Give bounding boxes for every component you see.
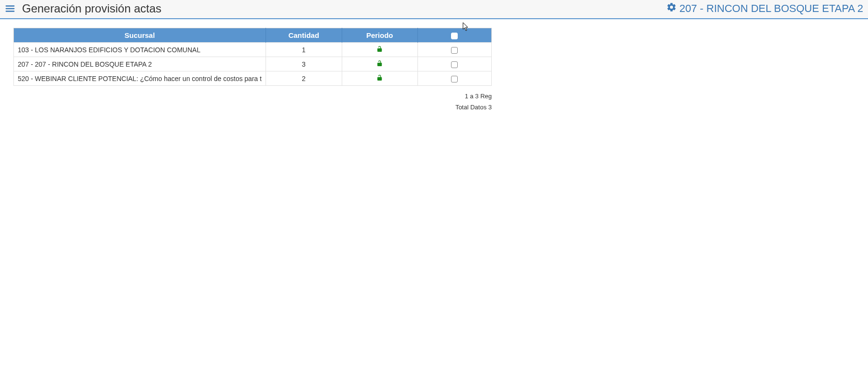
gear-icon [666, 2, 677, 15]
table-row[interactable]: 207 - 207 - RINCON DEL BOSQUE ETAPA 2 3 [14, 57, 492, 71]
header-cantidad[interactable]: Cantidad [266, 28, 342, 43]
header-select [417, 28, 491, 43]
cell-select [417, 43, 491, 57]
cell-cantidad: 3 [266, 57, 342, 71]
select-all-checkbox[interactable] [451, 33, 458, 39]
page-title: Generación provisión actas [22, 2, 162, 15]
row-checkbox[interactable] [451, 76, 458, 82]
header-left: Generación provisión actas [5, 2, 162, 15]
context-selector[interactable]: 207 - RINCON DEL BOSQUE ETAPA 2 [666, 2, 864, 15]
app-header: Generación provisión actas 207 - RINCON … [0, 0, 868, 19]
unlock-icon[interactable] [376, 74, 383, 82]
header-periodo[interactable]: Periodo [342, 28, 417, 43]
table-header-row: Sucursal Cantidad Periodo [14, 28, 492, 43]
cell-periodo [342, 71, 417, 86]
unlock-icon[interactable] [376, 59, 383, 67]
cell-periodo [342, 57, 417, 71]
cell-select [417, 71, 491, 86]
cell-sucursal: 103 - LOS NARANJOS EDIFICIOS Y DOTACION … [14, 43, 266, 57]
table-row[interactable]: 520 - WEBINAR CLIENTE POTENCIAL: ¿Cómo h… [14, 71, 492, 86]
main-content: Sucursal Cantidad Periodo 103 - LOS NARA… [0, 19, 868, 122]
sucursales-table: Sucursal Cantidad Periodo 103 - LOS NARA… [13, 28, 492, 86]
table-footer: 1 a 3 Reg Total Datos 3 [13, 91, 492, 113]
context-label: 207 - RINCON DEL BOSQUE ETAPA 2 [680, 2, 864, 15]
row-checkbox[interactable] [451, 61, 458, 68]
menu-icon[interactable] [5, 3, 15, 14]
unlock-icon[interactable] [376, 45, 383, 53]
cell-sucursal: 520 - WEBINAR CLIENTE POTENCIAL: ¿Cómo h… [14, 71, 266, 86]
cell-cantidad: 2 [266, 71, 342, 86]
cell-sucursal: 207 - 207 - RINCON DEL BOSQUE ETAPA 2 [14, 57, 266, 71]
cell-select [417, 57, 491, 71]
row-checkbox[interactable] [451, 47, 458, 54]
cell-cantidad: 1 [266, 43, 342, 57]
header-sucursal[interactable]: Sucursal [14, 28, 266, 43]
table-row[interactable]: 103 - LOS NARANJOS EDIFICIOS Y DOTACION … [14, 43, 492, 57]
record-total: Total Datos 3 [13, 102, 492, 113]
cell-periodo [342, 43, 417, 57]
record-range: 1 a 3 Reg [13, 91, 492, 102]
